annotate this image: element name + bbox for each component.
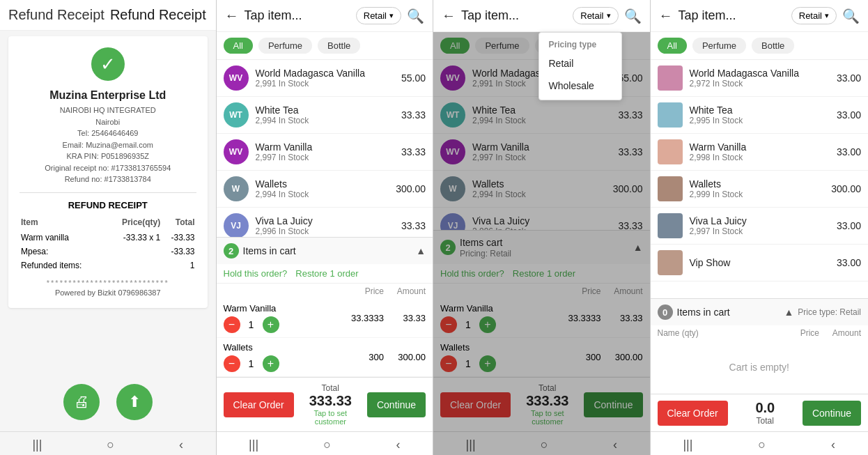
decrease-qty-btn[interactable]: − (224, 355, 240, 372)
search-icon-p4[interactable]: 🔍 (842, 8, 860, 24)
search-icon-p2[interactable]: 🔍 (407, 8, 424, 24)
check-icon: ✓ (91, 47, 125, 81)
list-item[interactable]: WV World Madagasca Vanilla 2,991 In Stoc… (217, 60, 433, 97)
filter-bottle-p4[interactable]: Bottle (752, 38, 794, 54)
table-row: Warm vanilla -33.33 x 1 -33.33 (21, 231, 195, 244)
item-name: Warm Vanilla (690, 141, 837, 153)
list-item[interactable]: W Wallets 2,994 In Stock 300.00 (217, 171, 433, 208)
filter-all-p4[interactable]: All (658, 38, 687, 54)
increase-qty-btn[interactable]: + (263, 316, 279, 333)
filter-bottle-p2[interactable]: Bottle (318, 38, 360, 54)
amount-col-header: Amount (819, 328, 861, 338)
retail-label-p4: Retail (799, 10, 822, 21)
nav-back-icon[interactable]: ‹ (396, 438, 400, 452)
filter-perfume-p4[interactable]: Perfume (692, 38, 746, 54)
total-section-p4: 0.0 Total (734, 400, 797, 426)
item-name: Viva La Juicy (256, 215, 401, 226)
nav-back-icon[interactable]: ‹ (831, 438, 835, 452)
tap-customer-p2[interactable]: Tap to set customer (300, 409, 362, 426)
retail-dropdown-p4[interactable]: Retail ▾ (791, 7, 837, 24)
nav-menu-icon[interactable]: ||| (32, 438, 42, 452)
retail-label-p3: Retail (580, 10, 603, 21)
footer-bar-p4: Clear Order 0.0 Total Continue (651, 394, 869, 431)
pos-header-3: ← Tap item... Retail ▾ 🔍 (433, 0, 650, 32)
hold-order-p2[interactable]: Hold this order? (224, 268, 288, 279)
list-item[interactable]: VJ Viva La Juicy 2,996 In Stock 33.33 (217, 208, 433, 237)
dropdown-item-wholesale[interactable]: Wholesale (539, 75, 621, 97)
filter-bar-p2: All Perfume Bottle (217, 32, 433, 60)
back-icon-p3[interactable]: ← (442, 8, 456, 24)
nav-home-icon[interactable]: ○ (323, 438, 331, 452)
item-name-cell: Warm vanilla (21, 231, 105, 244)
nav-home-icon[interactable]: ○ (758, 438, 766, 452)
item-stock: 2,997 In Stock (256, 153, 401, 162)
cart-label-p2: Items in cart (243, 245, 412, 256)
bottom-nav-p2: ||| ○ ‹ (217, 431, 433, 455)
nav-menu-icon[interactable]: ||| (683, 438, 692, 452)
receipt-dots: **************************** (20, 279, 196, 287)
list-item[interactable]: Warm Vanilla2,998 In Stock 33.00 (651, 134, 869, 171)
item-price: 33.00 (837, 257, 861, 268)
list-item[interactable]: WV Warm Vanilla 2,997 In Stock 33.33 (217, 134, 433, 171)
item-price: 300.00 (831, 183, 861, 194)
item-thumbnail (658, 65, 683, 91)
item-list-p2: WV World Madagasca Vanilla 2,991 In Stoc… (217, 60, 433, 237)
item-price: 33.33 (401, 146, 426, 157)
restore-order-p2[interactable]: Restore 1 order (295, 268, 358, 279)
cart-bar-p2[interactable]: 2 Items in cart ▲ (217, 237, 433, 264)
cart-chevron-p4: ▲ (784, 307, 793, 318)
list-item[interactable]: Viva La Juicy2,997 In Stock 33.00 (651, 208, 869, 245)
pos-header-2: ← Tap item... Retail ▾ 🔍 (217, 0, 433, 32)
avatar: W (224, 176, 249, 201)
item-price: 33.00 (837, 146, 861, 157)
decrease-qty-btn[interactable]: − (224, 316, 240, 333)
continue-button-p4[interactable]: Continue (803, 401, 861, 426)
item-name: World Madagasca Vanilla (690, 68, 837, 79)
cart-bar-p4[interactable]: 0 Items in cart ▲ Price type: Retail (651, 298, 869, 325)
refunded-label: Refunded items: (21, 259, 105, 272)
nav-back-icon[interactable]: ‹ (179, 438, 183, 452)
success-indicator: ✓ (20, 47, 196, 81)
item-name: Wallets (690, 178, 832, 190)
avatar: VJ (224, 213, 249, 237)
nav-home-icon[interactable]: ○ (107, 438, 114, 452)
list-item[interactable]: World Madagasca Vanilla2,972 In Stock 33… (651, 60, 869, 97)
item-thumbnail (658, 102, 683, 128)
receipt-title: Refund Receipt (110, 7, 206, 23)
powered-by: Powered by Bizkit 0796986387 (20, 288, 196, 297)
continue-button-p2[interactable]: Continue (367, 392, 426, 417)
filter-all-p2[interactable]: All (224, 38, 253, 54)
item-price: 33.00 (837, 220, 861, 231)
list-item[interactable]: Vip Show 33.00 (651, 245, 869, 282)
list-item[interactable]: Wallets2,999 In Stock 300.00 (651, 171, 869, 208)
item-stock: 2,997 In Stock (690, 226, 837, 236)
nav-menu-icon[interactable]: ||| (249, 438, 258, 452)
back-icon-p4[interactable]: ← (659, 8, 673, 24)
back-icon[interactable]: Refund Receipt (8, 7, 104, 23)
total-label-zero-p4: Total (734, 416, 797, 426)
total-cell: -33.33 (162, 231, 194, 244)
cart-item-name: Wallets (224, 342, 336, 353)
pos-panel-3: ← Tap item... Retail ▾ 🔍 Pricing type Re… (433, 0, 650, 455)
item-thumbnail (658, 250, 683, 275)
share-button[interactable]: ⬆ (116, 384, 153, 420)
retail-dropdown-p3[interactable]: Retail ▾ (573, 7, 618, 24)
receipt-actions: 🖨 ⬆ (0, 373, 216, 431)
cart-item-unit-price: 33.3333 (335, 313, 384, 323)
increase-qty-btn[interactable]: + (263, 355, 279, 372)
list-item[interactable]: White Tea2,995 In Stock 33.00 (651, 97, 869, 134)
print-button[interactable]: 🖨 (63, 384, 100, 420)
dropdown-item-retail[interactable]: Retail (539, 52, 621, 75)
cart-item-amount: 300.00 (384, 352, 426, 362)
retail-dropdown-p2[interactable]: Retail ▾ (356, 7, 401, 24)
clear-order-button-p4[interactable]: Clear Order (658, 401, 728, 426)
clear-order-button-p2[interactable]: Clear Order (224, 392, 294, 417)
search-icon-p3[interactable]: 🔍 (624, 8, 642, 24)
filter-perfume-p2[interactable]: Perfume (258, 38, 312, 54)
refunded-spacer (107, 259, 160, 272)
pricing-dropdown[interactable]: Pricing type Retail Wholesale (538, 32, 622, 100)
back-icon-p2[interactable]: ← (225, 8, 239, 24)
list-item[interactable]: WT White Tea 2,994 In Stock 33.33 (217, 97, 433, 134)
total-label-p2: Total (300, 383, 362, 393)
cart-items-header-p4: Name (qty) Price Amount (651, 325, 869, 341)
